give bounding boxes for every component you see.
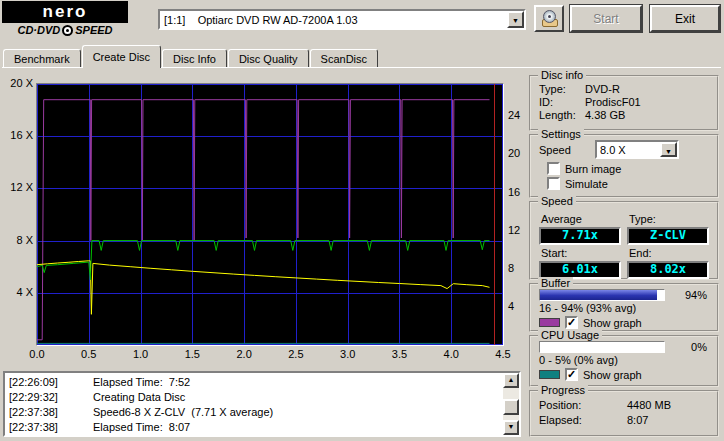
disc-id-value: ProdiscF01: [585, 96, 641, 108]
cpu-show-graph-checkbox[interactable]: ✓: [565, 368, 578, 381]
speed-group: Speed Average Type: 7.71x Z-CLV Start: E…: [529, 201, 719, 280]
chevron-down-icon[interactable]: ▼: [507, 11, 524, 28]
axis-tick: 16 X: [0, 129, 33, 141]
axis-tick: 4.5: [495, 348, 510, 360]
axis-tick: 12 X: [0, 181, 33, 193]
cpu-usage-group: CPU Usage 0% 0 - 5% (0% avg) ✓ Show grap…: [529, 335, 719, 387]
start-button[interactable]: Start: [570, 5, 642, 32]
axis-tick: 3.0: [340, 348, 355, 360]
log-lines: [22:26:09]Elapsed Time: 7:52[22:29:32]Cr…: [5, 374, 501, 435]
log-line: [22:26:09]Elapsed Time: 7:52: [9, 375, 497, 390]
speed-select[interactable]: 8.0 X ▼: [595, 140, 679, 159]
progress-group: Progress Position:4480 MB Elapsed:8:07: [529, 390, 719, 437]
cpu-bar: [539, 341, 665, 353]
axis-tick: 1.5: [185, 348, 200, 360]
chevron-down-icon[interactable]: ▼: [660, 142, 677, 157]
average-speed-display: 7.71x: [539, 227, 621, 245]
disc-type-value: DVD-R: [585, 83, 620, 95]
cpu-range: 0 - 5% (0% avg): [539, 354, 709, 366]
cpu-percent: 0%: [691, 341, 711, 353]
scrollbar-thumb[interactable]: [503, 399, 519, 415]
burn-image-checkbox[interactable]: [547, 162, 560, 175]
tab-scandisc[interactable]: ScanDisc: [310, 49, 378, 68]
position-value: 4480 MB: [627, 399, 671, 411]
disc-length-value: 4.38 GB: [585, 109, 625, 121]
buffer-title: Buffer: [538, 277, 573, 289]
axis-tick: 8 X: [0, 234, 33, 246]
speed-chart: [37, 84, 503, 345]
buffer-group: Buffer 94% 16 - 94% (93% avg) ✓ Show gra…: [529, 283, 719, 332]
log-line: [22:29:32]Creating Data Disc: [9, 390, 497, 405]
settings-group: Settings Speed 8.0 X ▼ Burn image Simula…: [529, 134, 719, 198]
tab-bar: BenchmarkCreate DiscDisc InfoDisc Qualit…: [3, 45, 379, 68]
axis-tick: 4 X: [0, 286, 33, 298]
tab-benchmark[interactable]: Benchmark: [3, 49, 81, 68]
nero-cd-dvd-speed-window: nero CD·DVD SPEED [1:1] Optiarc DVD RW A…: [0, 0, 724, 441]
tab-disc-info[interactable]: Disc Info: [162, 49, 227, 68]
exit-button[interactable]: Exit: [650, 5, 720, 32]
end-speed-display: 8.02x: [627, 261, 709, 279]
axis-tick: 2.0: [236, 348, 251, 360]
tab-create-disc[interactable]: Create Disc: [82, 45, 161, 68]
buffer-percent: 94%: [685, 289, 711, 301]
axis-tick: 1.0: [133, 348, 148, 360]
nero-logo-text: nero: [43, 2, 88, 22]
cd-icon: [543, 10, 556, 23]
cpu-usage-title: CPU Usage: [538, 329, 602, 341]
scroll-down-icon[interactable]: ▼: [503, 420, 519, 435]
axis-tick: 2.5: [288, 348, 303, 360]
settings-title: Settings: [538, 128, 584, 140]
progress-title: Progress: [538, 384, 588, 396]
log-scrollbar[interactable]: ▲ ▼: [503, 373, 519, 435]
speed-title: Speed: [538, 195, 576, 207]
cpu-color-swatch: [539, 370, 560, 379]
buffer-show-graph-checkbox[interactable]: ✓: [565, 316, 578, 329]
nero-logo: nero: [2, 1, 128, 23]
buffer-bar: [539, 289, 665, 301]
log-listbox[interactable]: [22:26:09]Elapsed Time: 7:52[22:29:32]Cr…: [3, 371, 521, 437]
axis-tick: 3.5: [392, 348, 407, 360]
disc-info-group: Disc info Type:DVD-R ID:ProdiscF01 Lengt…: [529, 75, 719, 131]
speed-type-display: Z-CLV: [627, 227, 709, 245]
buffer-range: 16 - 94% (93% avg): [539, 302, 709, 314]
tab-disc-quality[interactable]: Disc Quality: [228, 49, 309, 68]
drive-selector-value: [1:1] Optiarc DVD RW AD-7200A 1.03: [160, 14, 507, 26]
log-line: [22:37:38]Elapsed Time: 8:07: [9, 420, 497, 435]
buffer-color-swatch: [539, 318, 560, 327]
scroll-up-icon[interactable]: ▲: [503, 373, 519, 388]
axis-tick: 0.0: [29, 348, 44, 360]
axis-tick: 4.0: [444, 348, 459, 360]
chart-plot-area: [36, 83, 504, 346]
drive-selector[interactable]: [1:1] Optiarc DVD RW AD-7200A 1.03 ▼: [158, 9, 526, 30]
elapsed-value: 8:07: [627, 414, 648, 426]
axis-tick: 20 X: [0, 77, 33, 89]
disc-info-title: Disc info: [538, 69, 586, 81]
disc-in-hand-button[interactable]: [534, 5, 564, 32]
axis-tick: 0.5: [81, 348, 96, 360]
simulate-checkbox[interactable]: [547, 177, 560, 190]
disc-icon: [62, 25, 73, 36]
log-line: [22:37:38]Speed6-8 X Z-CLV (7.71 X avera…: [9, 405, 497, 420]
cd-dvd-speed-logo: CD·DVD SPEED: [2, 24, 128, 36]
